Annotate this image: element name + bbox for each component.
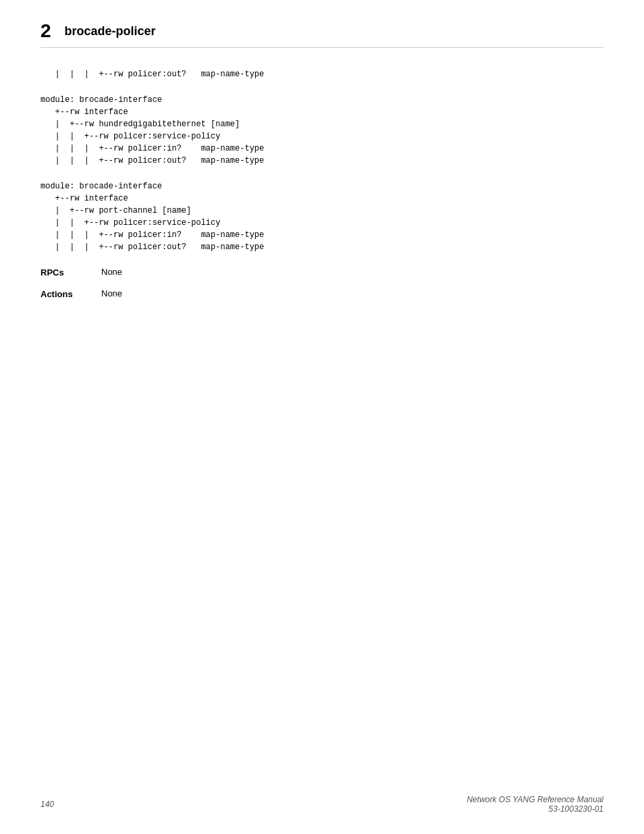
code-block-1: | | | +--rw policer:out? map-name-type: [41, 68, 603, 80]
footer-title: Network OS YANG Reference Manual 53-1003…: [466, 795, 603, 814]
code-block-2: module: brocade-interface +--rw interfac…: [41, 94, 603, 167]
actions-value: None: [101, 288, 122, 298]
rpcs-label: RPCs: [41, 267, 95, 278]
page-footer: 140 Network OS YANG Reference Manual 53-…: [41, 795, 603, 814]
rpcs-section: RPCs None: [41, 267, 603, 278]
rpcs-value: None: [101, 267, 122, 277]
chapter-number: 2: [41, 20, 51, 42]
footer-page-number: 140: [41, 800, 54, 809]
actions-section: Actions None: [41, 288, 603, 299]
page-container: 2 brocade-policer | | | +--rw policer:ou…: [0, 0, 644, 834]
chapter-title: brocade-policer: [65, 24, 156, 38]
code-block-3: module: brocade-interface +--rw interfac…: [41, 180, 603, 253]
page-header: 2 brocade-policer: [41, 20, 603, 48]
content-area: | | | +--rw policer:out? map-name-type m…: [41, 68, 603, 299]
actions-label: Actions: [41, 288, 95, 299]
